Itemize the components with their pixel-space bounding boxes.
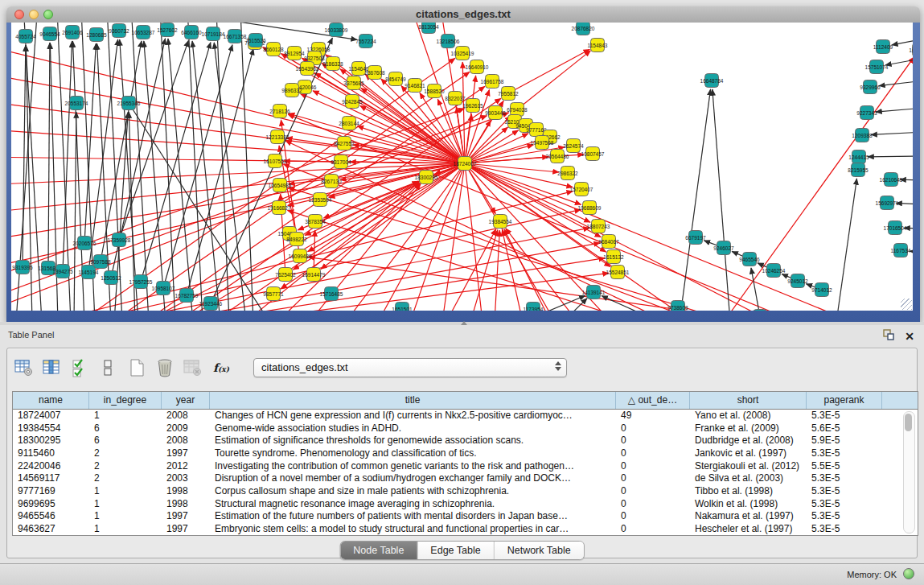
node[interactable]: 1651501 [392,303,413,311]
tab-network-table[interactable]: Network Table [495,542,584,559]
node[interactable]: 8215955 [848,163,869,177]
edge[interactable] [216,23,229,311]
table-row[interactable]: 1872400712008Changes of HCN gene express… [13,409,918,422]
node[interactable]: 6466160 [181,26,202,39]
table-row[interactable]: 969969511998Structural magnetic resonanc… [13,497,918,510]
node[interactable]: 1962615 [462,99,483,113]
edge[interactable] [240,23,253,311]
show-column-icon[interactable] [42,357,63,378]
table-row[interactable]: 946362711997Embryonic stem cells: a mode… [13,522,918,535]
node[interactable]: 2691406 [62,26,83,39]
node[interactable]: 15524851 [606,266,630,279]
column-header-out-de[interactable]: △ out_de… [616,392,690,409]
edge[interactable] [892,39,913,45]
node[interactable]: 15751074 [865,60,889,74]
network-canvas[interactable]: 1872400774638228660128891295413226058932… [11,23,913,311]
column-header-title[interactable]: title [210,392,616,409]
node[interactable]: 16671358 [224,30,247,43]
node[interactable]: 6794028 [507,103,528,117]
node[interactable]: 7955812 [498,87,519,101]
node[interactable]: 9046554 [39,27,60,41]
table-row[interactable]: 1830029562008Estimation of significance … [13,434,918,447]
function-builder-icon[interactable]: f(x) [211,357,232,378]
table-row[interactable]: 977716911998Corpus callosum shape and si… [13,484,918,497]
edge[interactable] [144,41,166,311]
node[interactable]: 8186328 [322,57,343,71]
edge[interactable] [465,163,852,311]
column-header-short[interactable]: short [690,392,807,409]
node[interactable]: 1173954 [524,303,544,311]
table-options-icon[interactable] [14,357,35,378]
edge[interactable] [177,98,501,311]
tab-edge-table[interactable]: Edge Table [417,542,494,559]
node[interactable]: 16914479 [302,268,326,282]
node[interactable]: 15720407 [570,183,593,196]
node[interactable]: 20564486 [546,150,569,163]
node[interactable]: 9329966 [860,80,881,94]
network-window-titlebar[interactable]: citations_edges.txt [6,6,920,23]
node[interactable]: 17016504 [884,221,907,235]
node[interactable]: 10688609 [578,201,602,215]
edge[interactable] [48,43,50,268]
edge[interactable] [314,73,465,163]
edge[interactable] [713,89,730,311]
node[interactable]: 1167534 [891,244,911,257]
scrollbar-thumb[interactable] [905,414,912,431]
edge[interactable] [680,89,711,311]
node[interactable]: 1154843 [588,39,608,52]
column-header-in-degree[interactable]: in_degree [89,392,162,409]
node[interactable]: 10246254 [762,264,786,278]
table-row[interactable]: 911546021997Tourette syndrome. Phenomeno… [13,447,918,459]
edge[interactable] [868,156,913,157]
node[interactable]: 9246027 [713,241,734,255]
new-file-icon[interactable] [126,357,147,378]
node[interactable]: 1280685 [86,28,107,42]
edge[interactable] [836,179,856,311]
node[interactable]: 8427552 [334,137,355,150]
node[interactable]: 9903448 [485,106,506,120]
node[interactable]: 6679197 [685,231,706,245]
delete-icon[interactable] [154,357,175,378]
node[interactable]: 15716485 [320,287,343,301]
edge[interactable] [508,49,589,93]
node[interactable]: 3375685 [343,76,364,90]
node[interactable]: 16210645 [880,173,903,187]
node[interactable]: 2986322 [557,167,578,180]
table-row[interactable]: 1456911722003Disruption of a novel membe… [13,472,918,484]
node[interactable]: 9714012 [811,283,832,297]
float-panel-icon[interactable] [882,328,895,344]
node[interactable]: 9227343 [856,106,877,120]
network-file-select[interactable]: citations_edges.txt [253,358,567,377]
node[interactable]: 10325419 [451,47,474,60]
node[interactable]: 1615483 [909,43,913,57]
node[interactable]: 7557224 [355,35,376,48]
node[interactable]: 8660128 [263,43,284,56]
node[interactable]: 9245012 [787,274,808,288]
edge[interactable] [871,132,913,134]
edge[interactable] [517,51,590,109]
node[interactable]: 10719184 [202,27,225,41]
column-header-year[interactable]: year [162,392,210,409]
node[interactable]: 15692971 [876,196,899,210]
edge[interactable] [74,112,76,311]
node[interactable]: 8454749 [385,72,406,86]
node[interactable]: 16648784 [700,74,724,88]
edge[interactable] [876,108,913,112]
node[interactable]: 16640910 [466,60,489,74]
node[interactable]: 1250512 [101,271,121,285]
column-header-pagerank[interactable]: pagerank [807,392,882,409]
node[interactable]: 20876820 [572,23,595,35]
row-height-icon[interactable] [98,357,119,378]
node[interactable]: 8813054 [418,23,439,34]
node[interactable]: 10958107 [152,282,175,295]
select-mode-icon[interactable] [70,357,91,378]
node[interactable]: 16033809 [325,23,348,37]
tab-node-table[interactable]: Node Table [340,542,417,559]
node[interactable]: 9319395 [12,261,33,274]
node[interactable]: 10807457 [581,147,605,161]
close-panel-icon[interactable]: ✕ [905,330,914,343]
node[interactable]: 13218506 [437,35,460,48]
table-row[interactable]: 1938455462009Genome-wide association stu… [13,422,918,435]
node[interactable]: 9465546 [739,253,760,266]
node[interactable]: 16107553 [264,154,287,168]
